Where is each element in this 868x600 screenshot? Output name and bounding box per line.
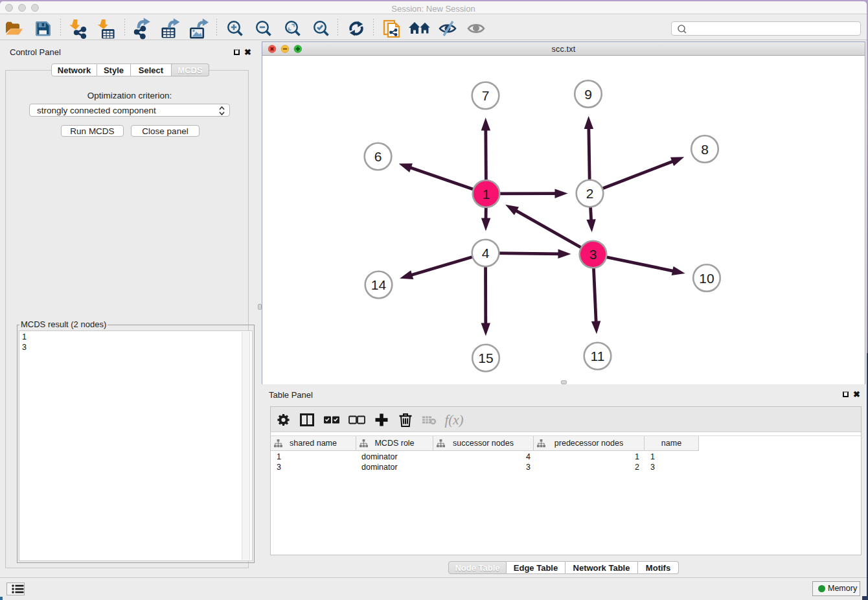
svg-text:1: 1 [483, 187, 490, 202]
svg-text:11: 11 [591, 349, 605, 363]
svg-text:f(x): f(x) [444, 412, 463, 428]
svg-text:6: 6 [374, 149, 382, 164]
svg-text:3: 3 [589, 247, 597, 262]
svg-text:14: 14 [371, 277, 387, 292]
svg-text:2: 2 [586, 186, 594, 201]
svg-text:7: 7 [482, 88, 490, 103]
svg-text:9: 9 [584, 87, 592, 102]
svg-text:8: 8 [701, 142, 709, 157]
svg-text:15: 15 [478, 351, 493, 365]
svg-text:4: 4 [482, 246, 490, 260]
svg-text:10: 10 [699, 271, 714, 286]
